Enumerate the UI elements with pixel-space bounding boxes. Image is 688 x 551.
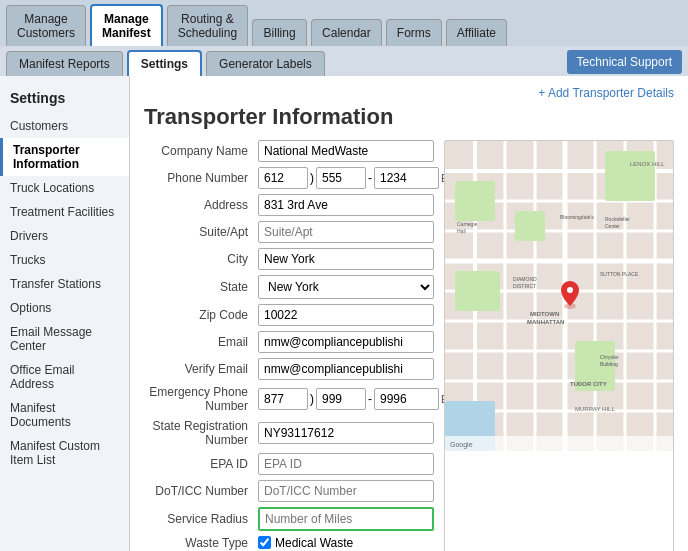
nav-routing-scheduling[interactable]: Routing & Scheduling <box>167 5 248 46</box>
state-row: State New York <box>144 275 434 299</box>
nav-manage-customers[interactable]: Manage Customers <box>6 5 86 46</box>
phone-sep-1: ) <box>310 171 314 185</box>
company-name-label: Company Name <box>144 144 254 158</box>
content-area: + Add Transporter Details Transporter In… <box>130 76 688 551</box>
svg-rect-18 <box>515 211 545 241</box>
email-label: Email <box>144 335 254 349</box>
emergency-sep-2: - <box>368 392 372 406</box>
svg-text:Center: Center <box>605 223 620 229</box>
svg-text:Hall: Hall <box>457 228 466 234</box>
nav-affiliate[interactable]: Affiliate <box>446 19 507 46</box>
svg-text:TUDOR CITY: TUDOR CITY <box>570 381 607 387</box>
transporter-form: Company Name Phone Number ) - Ext <box>144 140 434 551</box>
service-radius-label: Service Radius <box>144 512 254 526</box>
svg-text:Rockefeller: Rockefeller <box>605 216 630 222</box>
nav-billing[interactable]: Billing <box>252 19 307 46</box>
state-reg-input[interactable] <box>258 422 434 444</box>
verify-email-label: Verify Email <box>144 362 254 376</box>
company-name-row: Company Name <box>144 140 434 162</box>
add-transporter-link[interactable]: + Add Transporter Details <box>144 86 674 100</box>
svg-text:DIAMOND: DIAMOND <box>513 276 537 282</box>
svg-rect-20 <box>455 271 500 311</box>
technical-support-button[interactable]: Technical Support <box>567 50 682 74</box>
verify-email-row: Verify Email <box>144 358 434 380</box>
svg-rect-17 <box>455 181 495 221</box>
waste-type-label: Waste Type <box>144 536 254 550</box>
tab-manifest-reports[interactable]: Manifest Reports <box>6 51 123 76</box>
svg-text:SUTTON PLACE: SUTTON PLACE <box>600 271 639 277</box>
svg-text:DISTRICT: DISTRICT <box>513 283 536 289</box>
email-input[interactable] <box>258 331 434 353</box>
sidebar-item-customers[interactable]: Customers <box>0 114 129 138</box>
svg-rect-19 <box>605 151 655 201</box>
state-select[interactable]: New York <box>258 275 434 299</box>
zip-input[interactable] <box>258 304 434 326</box>
sidebar-item-manifest-documents[interactable]: Manifest Documents <box>0 396 129 434</box>
waste-type-medical-waste-checkbox[interactable] <box>258 536 271 549</box>
svg-text:MIDTOWN: MIDTOWN <box>530 311 559 317</box>
tab-settings[interactable]: Settings <box>127 50 202 76</box>
service-radius-row: Service Radius <box>144 507 434 531</box>
dot-input[interactable] <box>258 480 434 502</box>
page-title: Transporter Information <box>144 104 674 130</box>
suite-row: Suite/Apt <box>144 221 434 243</box>
second-navigation: Manifest Reports Settings Generator Labe… <box>0 46 688 76</box>
waste-type-checkboxes: Medical Waste Shredding Roll Off Me <box>258 536 434 551</box>
svg-text:Bloomingdale's: Bloomingdale's <box>560 214 594 220</box>
phone-number-row: Phone Number ) - Ext <box>144 167 434 189</box>
sidebar-item-trucks[interactable]: Trucks <box>0 248 129 272</box>
form-map-container: Company Name Phone Number ) - Ext <box>144 140 674 551</box>
phone-prefix-input[interactable] <box>316 167 366 189</box>
sidebar-item-transporter-information[interactable]: Transporter Information <box>0 138 129 176</box>
epa-id-input[interactable] <box>258 453 434 475</box>
address-label: Address <box>144 198 254 212</box>
svg-text:MURRAY HILL: MURRAY HILL <box>575 406 615 412</box>
phone-area-input[interactable] <box>258 167 308 189</box>
emergency-phone-label: Emergency Phone Number <box>144 385 254 414</box>
main-content: Settings Customers Transporter Informati… <box>0 76 688 551</box>
sidebar-item-truck-locations[interactable]: Truck Locations <box>0 176 129 200</box>
sidebar-item-office-email-address[interactable]: Office Email Address <box>0 358 129 396</box>
state-reg-label: State Registration Number <box>144 419 254 448</box>
svg-rect-40 <box>445 436 674 451</box>
sidebar-item-drivers[interactable]: Drivers <box>0 224 129 248</box>
zip-label: Zip Code <box>144 308 254 322</box>
city-input[interactable] <box>258 248 434 270</box>
address-row: Address <box>144 194 434 216</box>
waste-type-medical-waste[interactable]: Medical Waste <box>258 536 434 550</box>
address-input[interactable] <box>258 194 434 216</box>
top-navigation: Manage Customers Manage Manifest Routing… <box>0 0 688 46</box>
waste-type-medical-waste-label: Medical Waste <box>275 536 353 550</box>
phone-number-input[interactable] <box>374 167 439 189</box>
nav-calendar[interactable]: Calendar <box>311 19 382 46</box>
verify-email-input[interactable] <box>258 358 434 380</box>
sidebar-item-treatment-facilities[interactable]: Treatment Facilities <box>0 200 129 224</box>
nav-manage-manifest[interactable]: Manage Manifest <box>90 4 163 46</box>
zip-row: Zip Code <box>144 304 434 326</box>
state-label: State <box>144 280 254 294</box>
tab-generator-labels[interactable]: Generator Labels <box>206 51 325 76</box>
emergency-sep-1: ) <box>310 392 314 406</box>
sidebar: Settings Customers Transporter Informati… <box>0 76 130 551</box>
waste-type-row: Waste Type Medical Waste Shredding Ro <box>144 536 434 551</box>
svg-point-39 <box>567 287 573 293</box>
sidebar-item-options[interactable]: Options <box>0 296 129 320</box>
sidebar-item-transfer-stations[interactable]: Transfer Stations <box>0 272 129 296</box>
company-name-input[interactable] <box>258 140 434 162</box>
map-svg: LENOX HILL Rockefeller Center MIDTOWN MA… <box>445 141 674 451</box>
emergency-phone-row: Emergency Phone Number ) - Ext <box>144 385 434 414</box>
svg-text:Carnegie: Carnegie <box>457 221 478 227</box>
sidebar-item-manifest-custom-item-list[interactable]: Manifest Custom Item List <box>0 434 129 472</box>
service-radius-input[interactable] <box>258 507 434 531</box>
svg-text:Building: Building <box>600 361 618 367</box>
sidebar-title: Settings <box>0 84 129 114</box>
map-container: LENOX HILL Rockefeller Center MIDTOWN MA… <box>444 140 674 551</box>
emergency-phone-prefix-input[interactable] <box>316 388 366 410</box>
nav-forms[interactable]: Forms <box>386 19 442 46</box>
suite-input[interactable] <box>258 221 434 243</box>
emergency-phone-number-input[interactable] <box>374 388 439 410</box>
svg-text:Google: Google <box>450 441 473 449</box>
emergency-phone-area-input[interactable] <box>258 388 308 410</box>
sidebar-item-email-message-center[interactable]: Email Message Center <box>0 320 129 358</box>
city-row: City <box>144 248 434 270</box>
